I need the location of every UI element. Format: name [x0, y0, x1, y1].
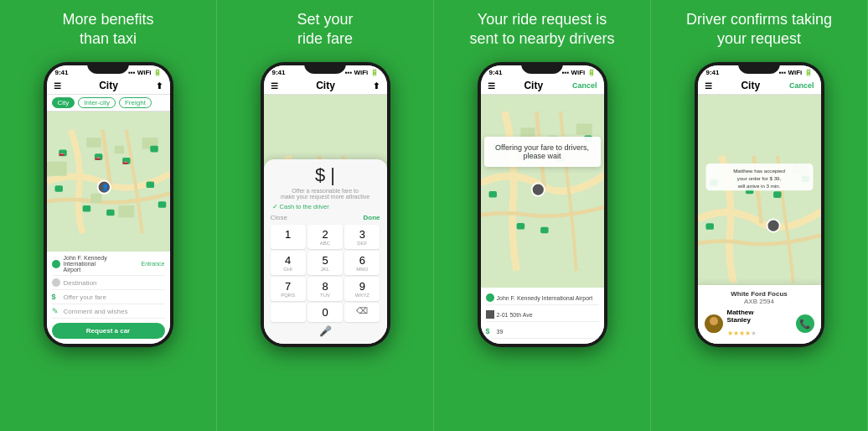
panel-4: Driver confirms takingyour request 9:41 …: [651, 0, 868, 431]
info-area-3: John F. Kennedy International Airport 2-…: [481, 288, 604, 344]
call-driver-button[interactable]: 📞: [796, 314, 814, 333]
phone-4: 9:41 ▪▪▪ WiFi 🔋 ☰ City Cancel: [695, 62, 824, 347]
key-4[interactable]: 4GHI: [271, 251, 306, 275]
map-1: 🚗 🚗 🚗 👤: [47, 112, 170, 252]
driver-card: White Ford Focus AXB 2594 MatthewStanley…: [698, 285, 821, 344]
info-row-dest: 2-01 50th Ave: [486, 308, 599, 322]
key-5[interactable]: 5JKL: [307, 251, 343, 275]
svg-rect-6: [118, 205, 134, 217]
phone-3: 9:41 ▪▪▪ WiFi 🔋 ☰ City Cancel: [478, 62, 607, 347]
status-icons-1: ▪▪▪ WiFi 🔋: [128, 69, 161, 76]
svg-text:your order for $ 39,: your order for $ 39,: [736, 175, 781, 181]
menu-icon-2[interactable]: ☰: [271, 81, 278, 91]
menu-icon-1[interactable]: ☰: [54, 81, 61, 91]
info-row-fare: $ 39: [486, 325, 599, 339]
panel-2: Set yourride fare 9:41 ▪▪▪ WiFi 🔋 ☰ City…: [217, 0, 434, 431]
cancel-button-3[interactable]: Cancel: [572, 81, 597, 90]
close-button[interactable]: Close: [271, 214, 287, 221]
key-empty: [271, 303, 306, 322]
svg-rect-1: [86, 138, 101, 147]
svg-point-59: [710, 317, 718, 325]
numpad-grid: 1 2ABC 3DEF 4GHI 5JKL 6MNO 7PQRS 8TUV 9W…: [271, 225, 380, 322]
notch-3: [521, 62, 563, 74]
svg-rect-13: [106, 210, 114, 216]
svg-rect-2: [114, 146, 123, 153]
form-row-dest[interactable]: Destination: [52, 278, 165, 290]
svg-point-60: [706, 326, 721, 333]
key-1[interactable]: 1: [271, 225, 306, 249]
app-title-1: City: [99, 80, 118, 91]
time-3: 9:41: [489, 69, 503, 76]
svg-text:🚗: 🚗: [59, 150, 65, 157]
menu-icon-4[interactable]: ☰: [705, 81, 712, 91]
notch-4: [738, 62, 780, 74]
panel-3-title: Your ride request issent to nearby drive…: [469, 10, 614, 54]
app-title-2: City: [316, 80, 335, 91]
dollar-icon-3: $: [486, 327, 494, 335]
svg-text:🚗: 🚗: [94, 154, 101, 161]
panel-1-title: More benefitsthan taxi: [62, 10, 153, 54]
tab-intercity-1[interactable]: Inter-city: [78, 97, 116, 108]
tabs-1: City Inter-city Freight: [47, 95, 170, 112]
svg-rect-4: [47, 162, 67, 176]
key-0[interactable]: 0: [307, 303, 343, 322]
svg-rect-34: [520, 127, 535, 137]
time-1: 9:41: [55, 69, 69, 76]
svg-rect-11: [54, 185, 62, 192]
svg-rect-53: [705, 223, 713, 230]
dollar-icon: $: [52, 293, 60, 301]
key-8[interactable]: 8TUV: [307, 277, 343, 301]
form-area-1: John F. Kennedy InternationalAirport Ent…: [47, 252, 170, 344]
location-icon: [52, 260, 60, 268]
fare-hint: Offer a reasonable fare tomake your requ…: [271, 188, 380, 200]
svg-rect-10: [150, 146, 158, 153]
mic-icon[interactable]: 🎤: [271, 325, 380, 337]
svg-text:Matthew has accepted: Matthew has accepted: [733, 168, 785, 174]
notch-2: [304, 62, 346, 74]
key-9[interactable]: 9WXYZ: [344, 277, 380, 301]
pickup-icon: [486, 293, 494, 302]
panel-3: Your ride request issent to nearby drive…: [434, 0, 651, 431]
svg-rect-42: [516, 223, 524, 230]
menu-icon-3[interactable]: ☰: [488, 81, 495, 91]
tab-freight-1[interactable]: Freight: [119, 97, 152, 108]
svg-rect-5: [90, 194, 101, 203]
svg-rect-12: [82, 205, 90, 212]
status-icons-2: ▪▪▪ WiFi 🔋: [345, 69, 379, 76]
form-row-comment[interactable]: ✎ Comment and wishes: [52, 307, 165, 319]
cash-label: ✓ Cash to the driver: [271, 203, 380, 210]
key-7[interactable]: 7PQRS: [271, 277, 306, 301]
panel-2-title: Set yourride fare: [297, 10, 353, 54]
share-icon-1[interactable]: ⬆: [156, 81, 163, 91]
form-row-location: John F. Kennedy InternationalAirport Ent…: [52, 255, 165, 276]
app-topbar-4: ☰ City Cancel: [698, 78, 821, 95]
notch-1: [87, 62, 129, 74]
waiting-text: Offering your fare to drivers,please wai…: [495, 143, 589, 160]
fare-input[interactable]: $ |: [271, 164, 380, 186]
tab-city-1[interactable]: City: [52, 97, 75, 108]
form-row-fare[interactable]: $ Offer your fare: [52, 293, 165, 304]
svg-rect-43: [540, 227, 548, 234]
svg-text:👤: 👤: [101, 183, 110, 191]
svg-rect-36: [576, 123, 592, 134]
dest-icon: [52, 278, 60, 287]
app-title-3: City: [524, 80, 543, 91]
cancel-button-4[interactable]: Cancel: [789, 81, 814, 90]
share-icon-2[interactable]: ⬆: [373, 81, 380, 91]
app-topbar-1: ☰ City ⬆: [47, 78, 170, 95]
done-button[interactable]: Done: [364, 214, 380, 221]
comment-icon: ✎: [52, 307, 60, 315]
driver-info-row: MatthewStanley ★★★★★ 📞: [705, 309, 814, 339]
key-2[interactable]: 2ABC: [307, 225, 343, 249]
svg-text:🚗: 🚗: [122, 158, 129, 165]
key-del[interactable]: ⌫: [344, 303, 380, 322]
key-3[interactable]: 3DEF: [344, 225, 380, 249]
time-2: 9:41: [272, 69, 286, 76]
panel-4-title: Driver confirms takingyour request: [686, 10, 832, 54]
request-car-button[interactable]: Request a car: [52, 323, 165, 339]
status-icons-3: ▪▪▪ WiFi 🔋: [562, 69, 596, 76]
driver-avatar: [705, 314, 723, 333]
numpad-overlay: $ | Offer a reasonable fare tomake your …: [264, 159, 387, 344]
key-6[interactable]: 6MNO: [344, 251, 380, 275]
dest-icon-3: [486, 310, 494, 319]
